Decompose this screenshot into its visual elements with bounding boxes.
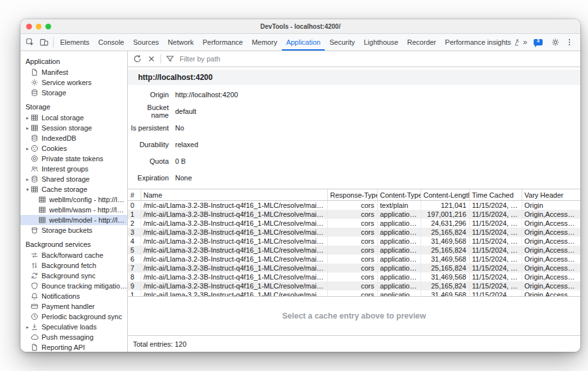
tab-lighthouse[interactable]: Lighthouse (359, 34, 403, 51)
device-toolbar-icon[interactable] (37, 36, 51, 49)
tab-application[interactable]: Application (282, 34, 325, 51)
console-messages-button[interactable]: 3 (534, 38, 546, 47)
expander-right-icon[interactable]: ▸ (24, 146, 31, 152)
sidebar-item-shared-storage[interactable]: ▸Shared storage (20, 174, 127, 184)
cell-vary-header: Origin,Access… (522, 219, 580, 228)
sidebar-item-private-state-tokens[interactable]: Private state tokens (20, 154, 127, 164)
sidebar-item-webllm-wasm-http-loca[interactable]: webllm/wasm - http://loca… (20, 205, 127, 215)
column-header-content-type[interactable]: Content-Type (377, 189, 421, 201)
sidebar-item-session-storage[interactable]: ▸Session storage (20, 123, 127, 133)
tab-memory[interactable]: Memory (247, 34, 282, 51)
cache-entry-row[interactable]: 4/mlc-ai/Llama-3.2-3B-Instruct-q4f16_1-M… (128, 237, 580, 246)
cache-entry-row[interactable]: 7/mlc-ai/Llama-3.2-3B-Instruct-q4f16_1-M… (128, 264, 580, 272)
tab-performance[interactable]: Performance (198, 34, 247, 51)
sidebar-item-label: Speculative loads (42, 323, 97, 331)
cell-content-type: application/oc… (377, 237, 421, 246)
more-options-kebab-icon[interactable] (562, 36, 576, 49)
expander-right-icon[interactable]: ▸ (24, 125, 31, 131)
sidebar-item-payment-handler[interactable]: Payment handler (20, 301, 127, 312)
sidebar-item-webllm-config-http-loc[interactable]: webllm/config - http://loc… (20, 194, 127, 205)
cell-name: /mlc-ai/Llama-3.2-3B-Instruct-q4f16_1-ML… (141, 219, 327, 228)
cell-content-type: application/oc… (377, 255, 421, 264)
column-header-time-cached[interactable]: Time Cached (469, 189, 522, 201)
cache-entry-row[interactable]: 9/mlc-ai/Llama-3.2-3B-Instruct-q4f16_1-M… (128, 281, 580, 290)
more-tabs-chevron-icon[interactable]: » (518, 38, 532, 47)
cell-content-length: 197,001,216 (421, 210, 469, 219)
sidebar-item-cookies[interactable]: ▸Cookies (20, 143, 127, 154)
inspect-element-icon[interactable] (23, 36, 37, 49)
tab-network[interactable]: Network (164, 34, 198, 51)
sidebar-item-push-messaging[interactable]: Push messaging (20, 332, 127, 342)
cache-entry-row[interactable]: 1/mlc-ai/Llama-3.2-3B-Instruct-q4f16_1-M… (128, 210, 580, 219)
cell-time-cached: 11/15/2024, 10… (469, 272, 522, 281)
cell-number: 6 (128, 255, 141, 264)
sidebar-item-storage-buckets[interactable]: Storage buckets (20, 225, 127, 235)
sidebar-item-cache-storage[interactable]: ▾Cache storage (20, 184, 127, 194)
expander-right-icon[interactable]: ▸ (24, 115, 31, 121)
sidebar-item-bounce-tracking-mitigations[interactable]: Bounce tracking mitigations (20, 281, 127, 291)
payment-card-icon (31, 303, 38, 310)
message-count-badge: 3 (534, 38, 543, 44)
cell-response-type: cors (327, 255, 377, 264)
sidebar-item-background-sync[interactable]: Background sync (20, 271, 127, 281)
cache-entry-row[interactable]: 8/mlc-ai/Llama-3.2-3B-Instruct-q4f16_1-M… (128, 272, 580, 281)
expander-down-icon[interactable]: ▾ (24, 187, 31, 193)
expander-right-icon[interactable]: ▸ (24, 177, 31, 182)
settings-gear-icon[interactable] (548, 36, 562, 49)
service-worker-icon (31, 79, 38, 86)
tab-security[interactable]: Security (325, 34, 359, 51)
tab-sources[interactable]: Sources (128, 34, 163, 51)
table-header-row: #NameResponse-TypeContent-TypeContent-Le… (128, 189, 580, 201)
tab-console[interactable]: Console (94, 34, 128, 51)
cache-entry-row[interactable]: 2/mlc-ai/Llama-3.2-3B-Instruct-q4f16_1-M… (128, 219, 580, 228)
tab-elements[interactable]: Elements (56, 34, 94, 51)
cell-time-cached: 11/15/2024, 10… (469, 219, 522, 228)
sidebar-item-label: Session storage (42, 124, 92, 132)
sidebar-item-indexeddb[interactable]: IndexedDB (20, 133, 127, 143)
table-icon (38, 216, 46, 224)
column-header-vary-header[interactable]: Vary Header (522, 189, 580, 201)
minimize-window-button[interactable] (36, 24, 42, 29)
cell-number: 9 (128, 281, 141, 290)
cell-content-length: 31,469,568 (421, 290, 469, 296)
sidebar-item-speculative-loads[interactable]: ▸Speculative loads (20, 322, 127, 332)
sidebar-item-periodic-background-sync[interactable]: Periodic background sync (20, 312, 127, 322)
sidebar-item-webllm-model-http-loc[interactable]: webllm/model - http://loc… (20, 215, 127, 225)
cache-entry-row[interactable]: 3/mlc-ai/Llama-3.2-3B-Instruct-q4f16_1-M… (128, 228, 580, 237)
cache-meta-value: relaxed (175, 141, 198, 148)
column-header-content-length[interactable]: Content-Length (421, 189, 469, 201)
tab-performance-insights[interactable]: Performance insights (440, 34, 518, 51)
cell-response-type: cors (327, 219, 377, 228)
expander-right-icon[interactable]: ▸ (24, 324, 31, 330)
column-header-name[interactable]: Name (141, 189, 327, 201)
sidebar-item-notifications[interactable]: Notifications (20, 291, 127, 301)
zoom-window-button[interactable] (45, 24, 51, 29)
cache-entry-row[interactable]: 10/mlc-ai/Llama-3.2-3B-Instruct-q4f16_1-… (128, 290, 580, 296)
cache-entry-row[interactable]: 5/mlc-ai/Llama-3.2-3B-Instruct-q4f16_1-M… (128, 246, 580, 255)
sidebar-item-label: Shared storage (42, 175, 89, 183)
refresh-icon[interactable] (130, 52, 144, 65)
sidebar-item-background-fetch[interactable]: Background fetch (20, 260, 127, 271)
sidebar-item-label: Notifications (42, 292, 80, 300)
cache-entry-row[interactable]: 6/mlc-ai/Llama-3.2-3B-Instruct-q4f16_1-M… (128, 255, 580, 264)
column-header-number[interactable]: # (128, 189, 141, 201)
sidebar-item-reporting-api[interactable]: Reporting API (20, 342, 127, 352)
cell-response-type: cors (327, 210, 377, 219)
delete-selected-icon[interactable] (144, 52, 159, 65)
filter-input[interactable]: Filter by path (180, 55, 220, 63)
table-icon (38, 206, 46, 214)
cache-meta-row: Quota0 B (128, 153, 580, 170)
column-header-response-type[interactable]: Response-Type (327, 189, 377, 201)
close-window-button[interactable] (26, 24, 32, 29)
sidebar-item-local-storage[interactable]: ▸Local storage (20, 113, 127, 123)
sidebar-item-interest-groups[interactable]: Interest groups (20, 164, 127, 174)
sidebar-item-service-workers[interactable]: Service workers (20, 77, 127, 88)
cache-entry-row[interactable]: 0/mlc-ai/Llama-3.2-3B-Instruct-q4f16_1-M… (128, 201, 580, 210)
sidebar-item-manifest[interactable]: Manifest (20, 67, 127, 77)
sidebar-item-storage[interactable]: Storage (20, 88, 127, 98)
tab-label: Application (286, 38, 321, 46)
tab-recorder[interactable]: Recorder (403, 34, 440, 51)
sidebar-item-back-forward-cache[interactable]: Back/forward cache (20, 250, 127, 260)
cell-content-type: application/oc… (377, 246, 421, 255)
devtools-content: ApplicationManifestService workersStorag… (20, 51, 580, 352)
